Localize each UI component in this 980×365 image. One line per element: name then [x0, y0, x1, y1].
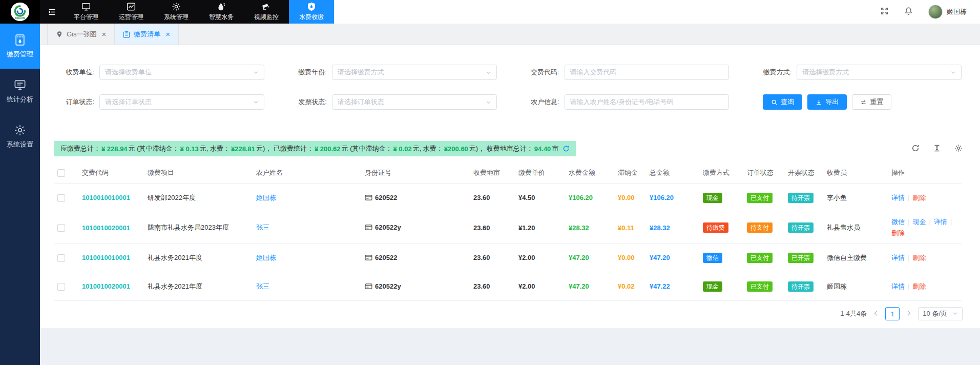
action-link[interactable]: 微信 — [891, 218, 905, 226]
pagination-total: 1-4共4条 — [840, 309, 867, 318]
order-status-badge: 已支付 — [747, 193, 773, 203]
water-drop-icon — [217, 2, 226, 11]
filter-input[interactable]: 请输入农户姓名/身份证号/电话号码 — [565, 94, 729, 110]
column-settings-gear-icon[interactable] — [954, 144, 963, 154]
cell-pay-code[interactable]: 1010010010001 — [79, 244, 144, 272]
monitor-icon — [81, 2, 91, 11]
column-header: 操作 — [888, 163, 962, 184]
cell-total: ¥47.22 — [647, 272, 700, 301]
cell-area: 23.60 — [470, 244, 515, 272]
navbar-items: 平台管理 运营管理 系统管理 智慧水务 视频监控 水费收缴 — [64, 0, 334, 24]
settings-icon — [14, 124, 26, 136]
action-link[interactable]: 详情 — [934, 218, 947, 226]
tab-bar: Gis一张图 × 缴费清单 × — [40, 24, 980, 45]
cell-farmer-name[interactable]: 姬国栋 — [253, 184, 362, 212]
action-link[interactable]: 详情 — [891, 194, 905, 201]
tab-close-icon[interactable]: × — [102, 30, 107, 38]
column-header: 滞纳金 — [615, 163, 647, 184]
filter-select[interactable]: 请选择缴费方式 — [797, 65, 962, 80]
row-checkbox[interactable] — [57, 283, 65, 291]
action-link[interactable]: 现金 — [912, 218, 926, 226]
cell-water-fee: ¥28.32 — [566, 212, 615, 244]
column-header: 缴费方式 — [700, 163, 744, 184]
row-checkbox[interactable] — [57, 224, 65, 232]
column-header: 身份证号 — [362, 163, 470, 184]
cell-water-fee: ¥47.20 — [566, 272, 615, 301]
chart-icon — [127, 2, 136, 11]
filter-select[interactable]: 请选择收费单位 — [99, 65, 264, 80]
select-all-checkbox[interactable] — [57, 169, 65, 177]
user-name: 姬国栋 — [947, 7, 967, 16]
cell-farmer-name[interactable]: 张三 — [253, 212, 362, 244]
cell-id-card: 620522y — [362, 212, 470, 244]
column-header: 订单状态 — [744, 163, 785, 184]
sidebar-item-1[interactable]: 统计分析 — [0, 69, 40, 114]
prev-page-icon[interactable] — [873, 310, 879, 318]
invoice-status-badge: 待开票 — [788, 281, 814, 292]
page-size-select[interactable]: 10 条/页 — [918, 307, 963, 320]
chevron-down-icon — [253, 70, 259, 75]
export-button[interactable]: 导出 — [807, 94, 847, 110]
filter-input[interactable]: 请输入交费代码 — [565, 65, 729, 80]
row-checkbox[interactable] — [57, 254, 65, 262]
row-density-icon[interactable] — [933, 144, 941, 154]
filter-select[interactable]: 请选择订单状态 — [99, 94, 264, 110]
nav-item-0[interactable]: 平台管理 — [64, 0, 109, 24]
action-delete[interactable]: 删除 — [912, 254, 926, 261]
tab-close-icon[interactable]: × — [165, 30, 170, 38]
avatar — [928, 5, 943, 19]
action-delete[interactable]: 删除 — [912, 194, 926, 201]
cell-collector: 姬国栋 — [824, 272, 888, 301]
cell-unit-price: ¥2.00 — [515, 244, 566, 272]
tab-0[interactable]: Gis一张图 × — [47, 24, 115, 45]
sidebar-item-0[interactable]: 缴费管理 — [0, 24, 40, 69]
cell-project: 礼县水务2021年度 — [144, 272, 253, 301]
cell-total: ¥28.32 — [647, 212, 700, 244]
cell-unit-price: ¥1.20 — [515, 212, 566, 244]
fullscreen-icon[interactable] — [880, 7, 889, 17]
cell-pay-code[interactable]: 1010010020001 — [79, 272, 144, 301]
nav-item-3[interactable]: 智慧水务 — [199, 0, 244, 24]
summary-refresh-icon[interactable] — [562, 145, 570, 152]
filter-field: 订单状态: 请选择订单状态 — [54, 94, 264, 110]
reset-icon — [860, 99, 867, 106]
cell-late-fee: ¥0.02 — [615, 272, 647, 301]
page-number[interactable]: 1 — [885, 307, 900, 320]
cell-farmer-name[interactable]: 姬国栋 — [253, 244, 362, 272]
table-toolbar — [911, 144, 963, 154]
refresh-table-icon[interactable] — [911, 144, 920, 154]
cell-pay-code[interactable]: 1010010020001 — [79, 212, 144, 244]
action-delete[interactable]: 删除 — [891, 229, 905, 237]
reset-button[interactable]: 重置 — [852, 94, 891, 110]
sidebar-item-2[interactable]: 系统设置 — [0, 114, 40, 159]
cell-collector: 礼县售水员 — [824, 212, 888, 244]
cell-late-fee: ¥0.00 — [615, 244, 647, 272]
cell-id-card: 620522y — [362, 272, 470, 301]
cell-farmer-name[interactable]: 张三 — [253, 272, 362, 301]
nav-item-5[interactable]: 水费收缴 — [289, 0, 334, 24]
nav-item-2[interactable]: 系统管理 — [154, 0, 199, 24]
user-menu[interactable]: 姬国栋 — [928, 5, 967, 19]
action-link[interactable]: 详情 — [891, 254, 905, 261]
chevron-down-icon — [253, 99, 259, 105]
tab-1[interactable]: 缴费清单 × — [115, 24, 179, 45]
filter-field: 发票状态: 请选择订单状态 — [287, 94, 497, 110]
filter-select[interactable]: 请选择订单状态 — [332, 94, 497, 110]
nav-item-4[interactable]: 视频监控 — [244, 0, 289, 24]
filter-select[interactable]: 请选择缴费方式 — [332, 65, 497, 80]
filter-field: 农户信息: 请输入农户姓名/身份证号/电话号码 — [519, 94, 729, 110]
action-link[interactable]: 详情 — [891, 282, 905, 290]
id-card-icon — [365, 254, 372, 262]
nav-item-1[interactable]: 运营管理 — [109, 0, 154, 24]
cell-actions: 详情|删除 — [888, 272, 962, 301]
top-navbar: RIEON 平台管理 运营管理 系统管理 智慧水务 视频监控 水费收缴 — [0, 0, 980, 24]
action-delete[interactable]: 删除 — [912, 282, 926, 290]
cell-pay-code[interactable]: 1010010010001 — [79, 184, 144, 212]
menu-fold-icon[interactable] — [40, 0, 64, 24]
search-button[interactable]: 查询 — [763, 94, 802, 110]
notification-bell-icon[interactable] — [904, 7, 913, 17]
logo-text: RIEON — [15, 16, 25, 19]
row-checkbox[interactable] — [57, 194, 65, 202]
next-page-icon[interactable] — [906, 310, 912, 318]
id-card-icon — [365, 194, 372, 202]
